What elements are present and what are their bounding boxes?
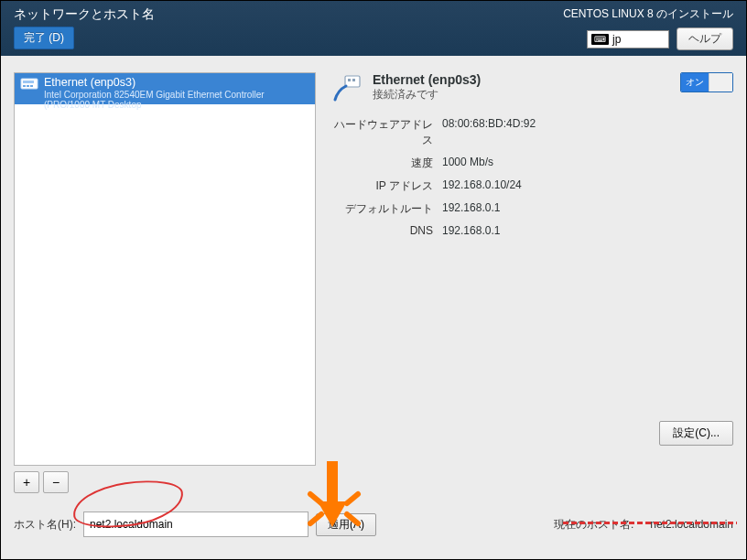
detail-key: IP アドレス	[332, 178, 442, 194]
interface-name: Ethernet (enp0s3)	[44, 77, 309, 90]
network-card-icon	[20, 77, 38, 92]
detail-value: 192.168.0.1	[442, 201, 733, 217]
detail-interface-title: Ethernet (enp0s3)	[373, 72, 671, 87]
connection-toggle[interactable]: オン	[680, 72, 733, 92]
detail-key: ハードウェアアドレス	[332, 117, 442, 148]
svg-rect-2	[27, 85, 29, 87]
detail-value: 1000 Mb/s	[442, 156, 733, 171]
keyboard-layout-value: jp	[612, 33, 621, 46]
toggle-knob	[709, 73, 732, 92]
interface-list-item[interactable]: Ethernet (enp0s3) Intel Corporation 8254…	[15, 73, 315, 104]
svg-line-11	[347, 494, 358, 503]
svg-rect-3	[30, 85, 33, 87]
detail-interface-status: 接続済みです	[373, 87, 671, 102]
apply-hostname-button[interactable]: 適用(A)	[316, 513, 376, 536]
svg-rect-1	[23, 85, 26, 87]
ethernet-icon	[332, 74, 363, 104]
done-button[interactable]: 完了 (D)	[14, 27, 74, 49]
svg-line-10	[310, 494, 321, 503]
detail-value: 08:00:68:BD:4D:92	[442, 117, 733, 148]
detail-table: ハードウェアアドレス 08:00:68:BD:4D:92 速度 1000 Mb/…	[332, 117, 733, 237]
hostname-input[interactable]	[83, 512, 309, 537]
detail-key: DNS	[332, 224, 442, 237]
hostname-label: ホスト名(H):	[14, 517, 76, 533]
current-hostname-value: net2.localdomain	[650, 518, 733, 531]
detail-key: デフォルトルート	[332, 201, 442, 217]
svg-rect-6	[348, 79, 351, 81]
page-title: ネットワークとホスト名	[14, 6, 155, 23]
keyboard-icon: ⌨	[591, 34, 609, 45]
add-interface-button[interactable]: +	[14, 471, 39, 493]
help-button[interactable]: ヘルプ	[677, 27, 733, 50]
detail-key: 速度	[332, 156, 442, 171]
svg-rect-0	[21, 79, 38, 89]
svg-rect-7	[352, 79, 355, 81]
detail-value: 192.168.0.1	[442, 224, 733, 237]
detail-value: 192.168.0.10/24	[442, 178, 733, 194]
configure-button[interactable]: 設定(C)...	[659, 421, 733, 446]
install-title: CENTOS LINUX 8 のインストール	[563, 6, 733, 22]
interface-description: Intel Corporation 82540EM Gigabit Ethern…	[44, 90, 309, 110]
interface-list[interactable]: Ethernet (enp0s3) Intel Corporation 8254…	[14, 72, 316, 466]
keyboard-layout-indicator[interactable]: ⌨ jp	[587, 30, 669, 48]
current-hostname-label: 現在のホスト名:	[554, 517, 633, 533]
remove-interface-button[interactable]: −	[43, 471, 69, 493]
svg-rect-4	[23, 81, 34, 83]
toggle-on-label: オン	[681, 73, 709, 92]
